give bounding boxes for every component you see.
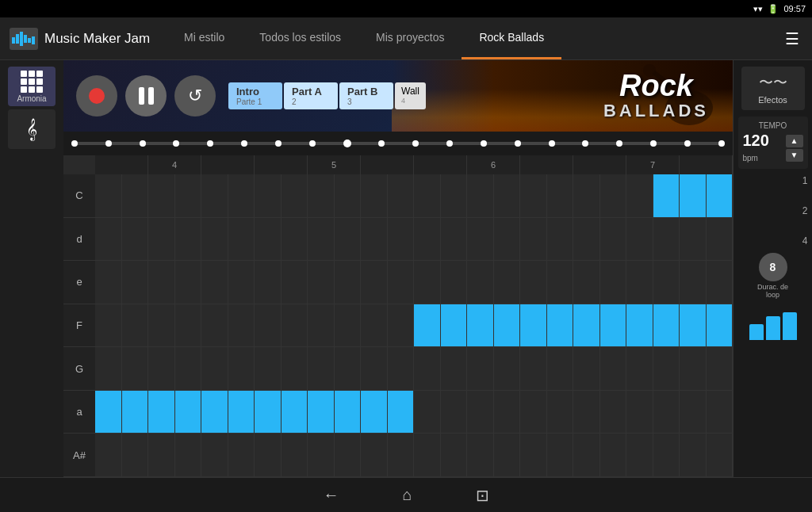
grid-cell[interactable] [148, 261, 175, 304]
grid-cell[interactable] [600, 218, 627, 261]
grid-cell[interactable] [494, 174, 521, 217]
grid-cell[interactable] [653, 174, 680, 217]
grid-cell[interactable] [626, 434, 653, 476]
grid-cell[interactable] [388, 261, 415, 304]
part-b-button[interactable]: Part B 3 [339, 82, 393, 109]
grid-cell[interactable] [361, 391, 388, 434]
grid-cell[interactable] [520, 434, 547, 476]
clef-button[interactable]: 𝄞 [8, 109, 56, 149]
grid-view-button[interactable]: Armonia [8, 67, 56, 106]
grid-cell[interactable] [201, 174, 228, 217]
grid-cell[interactable] [175, 391, 202, 434]
grid-cell[interactable] [600, 391, 627, 434]
grid-cell[interactable] [148, 304, 175, 347]
grid-cell[interactable] [467, 218, 494, 261]
grid-cell[interactable] [308, 347, 335, 390]
grid-cell[interactable] [467, 347, 494, 390]
record-button[interactable] [76, 75, 117, 117]
grid-cell[interactable] [282, 304, 308, 347]
grid-cell[interactable] [653, 391, 680, 434]
grid-cell[interactable] [653, 434, 680, 476]
grid-cell[interactable] [175, 261, 202, 304]
tab-rock-ballads[interactable]: Rock Ballads [462, 17, 561, 59]
grid-cell[interactable] [414, 261, 441, 304]
grid-cell[interactable] [388, 174, 415, 217]
grid-cell[interactable] [707, 434, 733, 476]
pause-button[interactable] [125, 75, 167, 117]
grid-cell[interactable] [388, 304, 415, 347]
grid-cell[interactable] [441, 218, 468, 261]
grid-cell[interactable] [520, 391, 547, 434]
grid-cell[interactable] [600, 347, 627, 390]
grid-cell[interactable] [520, 261, 547, 304]
grid-cell[interactable] [626, 347, 653, 390]
grid-cell[interactable] [228, 174, 255, 217]
timeline-area[interactable] [63, 132, 733, 155]
grid-cell[interactable] [494, 261, 521, 304]
grid-cell[interactable] [201, 347, 228, 390]
grid-cell[interactable] [282, 218, 308, 261]
grid-cell[interactable] [494, 347, 521, 390]
grid-cell[interactable] [547, 304, 574, 347]
grid-cell[interactable] [626, 174, 653, 217]
loop-duration-button[interactable]: 8 [759, 253, 787, 281]
grid-cell[interactable] [467, 304, 494, 347]
grid-cell[interactable] [388, 347, 415, 390]
grid-cell[interactable] [441, 304, 468, 347]
grid-cell[interactable] [707, 218, 733, 261]
grid-cell[interactable] [467, 391, 494, 434]
grid-cell[interactable] [335, 174, 362, 217]
grid-cell[interactable] [122, 261, 149, 304]
back-button[interactable]: ← [323, 486, 339, 504]
grid-cell[interactable] [255, 218, 282, 261]
grid-cell[interactable] [228, 347, 255, 390]
grid-cell[interactable] [95, 434, 122, 476]
grid-cell[interactable] [680, 304, 707, 347]
tab-todos-estilos[interactable]: Todos los estilos [242, 17, 358, 59]
grid-cell[interactable] [175, 174, 202, 217]
grid-cell[interactable] [441, 391, 468, 434]
grid-cell[interactable] [707, 261, 733, 304]
grid-cell[interactable] [148, 174, 175, 217]
grid-cell[interactable] [547, 174, 574, 217]
grid-cell[interactable] [335, 218, 362, 261]
grid-cell[interactable] [520, 304, 547, 347]
grid-cell[interactable] [282, 347, 308, 390]
grid-cell[interactable] [680, 391, 707, 434]
grid-cell[interactable] [547, 434, 574, 476]
grid-cell[interactable] [122, 218, 149, 261]
wall-button[interactable]: Wall 4 [395, 82, 426, 109]
grid-cell[interactable] [95, 261, 122, 304]
part-a-button[interactable]: Part A 2 [284, 82, 338, 109]
grid-cell[interactable] [680, 218, 707, 261]
grid-cell[interactable] [653, 347, 680, 390]
grid-cell[interactable] [653, 261, 680, 304]
tab-mi-estilo[interactable]: Mi estilo [167, 17, 242, 59]
grid-cell[interactable] [600, 174, 627, 217]
grid-cell[interactable] [626, 218, 653, 261]
grid-cell[interactable] [148, 434, 175, 476]
grid-cell[interactable] [626, 304, 653, 347]
grid-cell[interactable] [255, 391, 282, 434]
grid-cell[interactable] [414, 218, 441, 261]
grid-cell[interactable] [573, 304, 600, 347]
grid-cell[interactable] [388, 391, 415, 434]
grid-cell[interactable] [626, 391, 653, 434]
grid-cell[interactable] [441, 261, 468, 304]
grid-cell[interactable] [707, 347, 733, 390]
grid-cell[interactable] [95, 174, 122, 217]
grid-cell[interactable] [414, 174, 441, 217]
grid-cell[interactable] [335, 304, 362, 347]
grid-cell[interactable] [228, 261, 255, 304]
grid-cell[interactable] [201, 304, 228, 347]
grid-cell[interactable] [255, 174, 282, 217]
grid-cell[interactable] [361, 304, 388, 347]
grid-cell[interactable] [95, 304, 122, 347]
grid-cell[interactable] [335, 347, 362, 390]
grid-cell[interactable] [282, 174, 308, 217]
grid-cell[interactable] [441, 174, 468, 217]
grid-cell[interactable] [494, 304, 521, 347]
tempo-up-button[interactable]: ▲ [786, 135, 803, 147]
grid-cell[interactable] [547, 261, 574, 304]
grid-cell[interactable] [467, 434, 494, 476]
